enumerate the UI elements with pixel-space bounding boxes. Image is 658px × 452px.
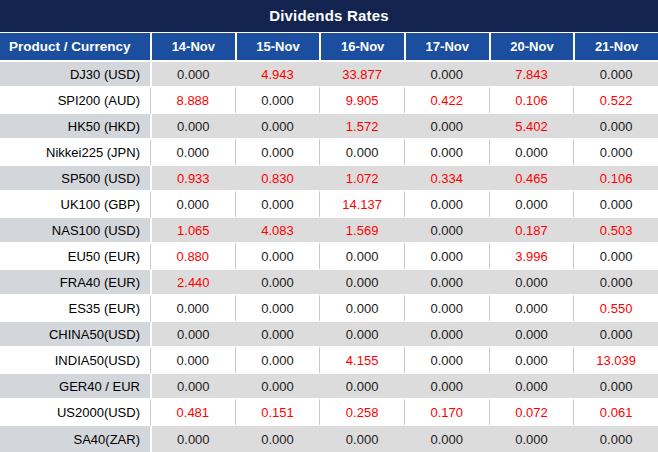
rate-cell: 0.151 xyxy=(235,400,320,426)
product-label: Nikkei225 (JPN) xyxy=(0,140,150,166)
rate-cell: 0.000 xyxy=(573,426,658,452)
product-label: US2000(USD) xyxy=(0,400,150,426)
rate-cell: 0.000 xyxy=(150,426,235,452)
rate-cell: 0.000 xyxy=(573,62,658,88)
product-label: EU50 (EUR) xyxy=(0,244,150,270)
table-row: FRA40 (EUR)2.4400.0000.0000.0000.0000.00… xyxy=(0,270,658,296)
rate-cell: 1.065 xyxy=(150,218,235,244)
product-label: INDIA50(USD) xyxy=(0,348,150,374)
rate-cell: 7.843 xyxy=(489,62,574,88)
product-label: UK100 (GBP) xyxy=(0,192,150,218)
product-label: SPI200 (AUD) xyxy=(0,88,150,114)
rate-cell: 0.000 xyxy=(573,322,658,348)
rate-cell: 0.000 xyxy=(235,374,320,400)
rate-cell: 0.000 xyxy=(404,270,489,296)
rate-cell: 0.000 xyxy=(404,192,489,218)
rate-cell: 4.083 xyxy=(235,218,320,244)
rate-cell: 0.000 xyxy=(404,218,489,244)
rate-cell: 0.000 xyxy=(573,244,658,270)
rate-cell: 14.137 xyxy=(319,192,404,218)
rate-cell: 0.000 xyxy=(235,192,320,218)
dividends-rates-widget: Dividends Rates Product / Currency 14-No… xyxy=(0,0,658,452)
product-label: DJ30 (USD) xyxy=(0,62,150,88)
product-label: HK50 (HKD) xyxy=(0,114,150,140)
rate-cell: 0.422 xyxy=(404,88,489,114)
rate-cell: 0.000 xyxy=(404,244,489,270)
rate-cell: 0.933 xyxy=(150,166,235,192)
table-row: EU50 (EUR)0.8800.0000.0000.0003.9960.000 xyxy=(0,244,658,270)
rate-cell: 2.440 xyxy=(150,270,235,296)
rate-cell: 0.000 xyxy=(404,62,489,88)
rate-cell: 0.000 xyxy=(235,88,320,114)
rate-cell: 0.000 xyxy=(235,244,320,270)
rate-cell: 0.000 xyxy=(150,348,235,374)
rate-cell: 0.000 xyxy=(319,244,404,270)
product-label: ES35 (EUR) xyxy=(0,296,150,322)
dividends-table: Product / Currency 14-Nov 15-Nov 16-Nov … xyxy=(0,33,658,452)
product-label: SP500 (USD) xyxy=(0,166,150,192)
rate-cell: 0.000 xyxy=(235,322,320,348)
rate-cell: 4.943 xyxy=(235,62,320,88)
rate-cell: 0.000 xyxy=(489,192,574,218)
table-row: ES35 (EUR)0.0000.0000.0000.0000.0000.550 xyxy=(0,296,658,322)
column-header-date: 15-Nov xyxy=(235,33,320,62)
rate-cell: 0.000 xyxy=(319,322,404,348)
rate-cell: 0.000 xyxy=(573,374,658,400)
rate-cell: 1.072 xyxy=(319,166,404,192)
rate-cell: 9.905 xyxy=(319,88,404,114)
product-label: CHINA50(USD) xyxy=(0,322,150,348)
column-header-date: 14-Nov xyxy=(150,33,235,62)
table-row: US2000(USD)0.4810.1510.2580.1700.0720.06… xyxy=(0,400,658,426)
table-row: HK50 (HKD)0.0000.0001.5720.0005.4020.000 xyxy=(0,114,658,140)
rate-cell: 0.000 xyxy=(150,62,235,88)
table-row: SPI200 (AUD)8.8880.0009.9050.4220.1060.5… xyxy=(0,88,658,114)
rate-cell: 0.000 xyxy=(404,140,489,166)
table-row: SA40(ZAR)0.0000.0000.0000.0000.0000.000 xyxy=(0,426,658,452)
rate-cell: 0.000 xyxy=(150,374,235,400)
rate-cell: 0.000 xyxy=(319,140,404,166)
column-header-date: 17-Nov xyxy=(404,33,489,62)
product-label: FRA40 (EUR) xyxy=(0,270,150,296)
rate-cell: 0.334 xyxy=(404,166,489,192)
table-row: INDIA50(USD)0.0000.0004.1550.0000.00013.… xyxy=(0,348,658,374)
product-label: NAS100 (USD) xyxy=(0,218,150,244)
rate-cell: 0.503 xyxy=(573,218,658,244)
rate-cell: 0.000 xyxy=(573,140,658,166)
rate-cell: 0.000 xyxy=(319,270,404,296)
rate-cell: 33.877 xyxy=(319,62,404,88)
table-row: CHINA50(USD)0.0000.0000.0000.0000.0000.0… xyxy=(0,322,658,348)
rate-cell: 1.572 xyxy=(319,114,404,140)
rate-cell: 0.000 xyxy=(150,296,235,322)
rate-cell: 4.155 xyxy=(319,348,404,374)
rate-cell: 0.000 xyxy=(150,192,235,218)
rate-cell: 0.258 xyxy=(319,400,404,426)
rate-cell: 0.072 xyxy=(489,400,574,426)
rate-cell: 0.000 xyxy=(489,322,574,348)
rate-cell: 0.000 xyxy=(235,270,320,296)
table-row: GER40 / EUR0.0000.0000.0000.0000.0000.00… xyxy=(0,374,658,400)
rate-cell: 0.522 xyxy=(573,88,658,114)
rate-cell: 0.000 xyxy=(489,140,574,166)
rate-cell: 0.481 xyxy=(150,400,235,426)
rate-cell: 5.402 xyxy=(489,114,574,140)
rate-cell: 0.465 xyxy=(489,166,574,192)
rate-cell: 0.000 xyxy=(235,426,320,452)
rate-cell: 1.569 xyxy=(319,218,404,244)
rate-cell: 0.000 xyxy=(235,140,320,166)
rate-cell: 0.000 xyxy=(150,140,235,166)
rate-cell: 0.106 xyxy=(489,88,574,114)
table-row: NAS100 (USD)1.0654.0831.5690.0000.1870.5… xyxy=(0,218,658,244)
column-header-date: 21-Nov xyxy=(573,33,658,62)
rate-cell: 0.000 xyxy=(150,322,235,348)
rate-cell: 0.000 xyxy=(404,426,489,452)
rate-cell: 0.880 xyxy=(150,244,235,270)
rate-cell: 0.000 xyxy=(489,426,574,452)
rate-cell: 0.061 xyxy=(573,400,658,426)
rate-cell: 0.000 xyxy=(404,114,489,140)
rate-cell: 13.039 xyxy=(573,348,658,374)
column-header-date: 16-Nov xyxy=(319,33,404,62)
table-row: Nikkei225 (JPN)0.0000.0000.0000.0000.000… xyxy=(0,140,658,166)
rate-cell: 0.830 xyxy=(235,166,320,192)
table-row: UK100 (GBP)0.0000.00014.1370.0000.0000.0… xyxy=(0,192,658,218)
product-label: GER40 / EUR xyxy=(0,374,150,400)
